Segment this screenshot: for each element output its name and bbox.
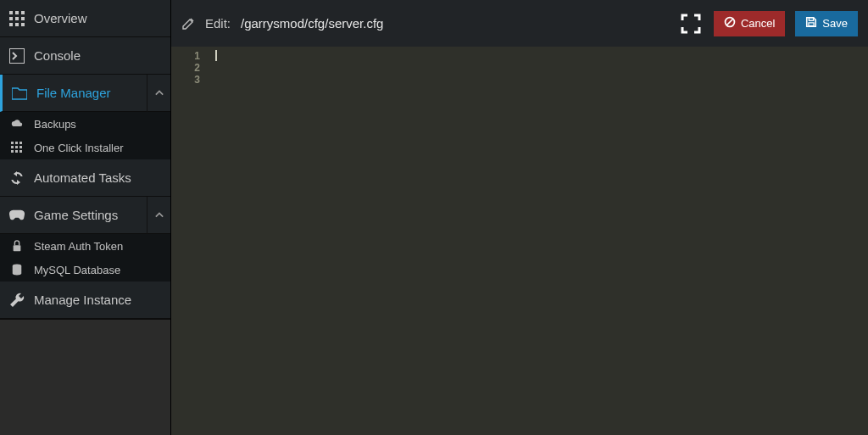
code-area[interactable] [207, 47, 868, 435]
svg-rect-3 [9, 17, 13, 20]
sidebar: Overview Console File Manager Backups On… [0, 0, 170, 435]
svg-rect-13 [11, 146, 14, 148]
svg-rect-7 [15, 23, 19, 26]
nav-automated-tasks[interactable]: Automated Tasks [0, 159, 170, 197]
sync-icon [0, 170, 34, 186]
lock-icon [0, 240, 34, 252]
svg-rect-19 [14, 245, 21, 251]
nav-game-settings[interactable]: Game Settings [0, 197, 170, 234]
grid-small-icon [0, 142, 34, 153]
cancel-button[interactable]: Cancel [714, 11, 785, 36]
line-gutter: 1 2 3 [171, 47, 207, 435]
svg-rect-4 [15, 17, 19, 20]
sub-label: MySQL Database [34, 264, 120, 276]
folder-icon [3, 86, 36, 101]
save-icon [805, 16, 817, 31]
svg-rect-17 [15, 150, 18, 153]
nav-game-settings-sub: Steam Auth Token MySQL Database [0, 234, 170, 282]
nav-overview[interactable]: Overview [0, 0, 170, 37]
save-button[interactable]: Save [795, 11, 858, 36]
svg-rect-11 [15, 142, 18, 144]
sub-label: One Click Installer [34, 142, 123, 154]
fullscreen-button[interactable] [678, 11, 704, 36]
svg-rect-1 [15, 11, 19, 14]
sub-one-click-installer[interactable]: One Click Installer [0, 136, 170, 159]
svg-rect-15 [19, 146, 22, 148]
svg-rect-8 [21, 23, 25, 26]
wrench-icon [0, 293, 34, 308]
svg-rect-24 [809, 23, 814, 26]
nav-manage-instance[interactable]: Manage Instance [0, 282, 170, 319]
toolbar: Edit: /garrysmod/cfg/server.cfg Cancel S… [171, 0, 868, 47]
terminal-icon [0, 48, 34, 64]
sidebar-empty [0, 319, 170, 435]
sub-label: Backups [34, 118, 76, 131]
nav-label: Automated Tasks [34, 170, 170, 185]
main: Edit: /garrysmod/cfg/server.cfg Cancel S… [170, 0, 868, 435]
nav-label: File Manager [36, 86, 147, 100]
nav-label: Game Settings [34, 208, 147, 222]
button-label: Cancel [741, 17, 775, 30]
svg-rect-16 [11, 150, 14, 153]
svg-rect-14 [15, 146, 18, 148]
chevron-up-icon[interactable] [147, 75, 170, 112]
nav-console[interactable]: Console [0, 37, 170, 75]
database-icon [0, 264, 34, 276]
code-editor[interactable]: 1 2 3 [171, 47, 868, 435]
nav-label: Console [34, 48, 170, 63]
svg-rect-18 [19, 150, 22, 153]
chevron-up-icon[interactable] [147, 197, 170, 234]
svg-rect-6 [9, 23, 13, 26]
svg-rect-0 [9, 11, 13, 14]
svg-rect-5 [21, 17, 25, 20]
grid-icon [0, 11, 34, 26]
nav-file-manager[interactable]: File Manager [0, 75, 170, 112]
nav-label: Manage Instance [34, 293, 170, 307]
svg-line-22 [726, 20, 732, 25]
nav-label: Overview [34, 11, 170, 25]
button-label: Save [822, 17, 848, 30]
ban-icon [724, 16, 736, 31]
line-number: 1 [171, 50, 200, 62]
sub-steam-auth-token[interactable]: Steam Auth Token [0, 234, 170, 258]
edit-icon [181, 17, 195, 31]
line-number: 2 [171, 62, 200, 74]
svg-rect-2 [21, 11, 25, 14]
sub-backups[interactable]: Backups [0, 112, 170, 136]
edit-label: Edit: [205, 16, 231, 31]
cloud-icon [0, 118, 34, 130]
svg-rect-12 [19, 142, 22, 144]
nav-file-manager-sub: Backups One Click Installer [0, 112, 170, 159]
svg-rect-10 [11, 142, 14, 144]
gamepad-icon [0, 208, 34, 223]
sub-mysql-database[interactable]: MySQL Database [0, 258, 170, 282]
svg-rect-23 [810, 18, 814, 21]
file-path: /garrysmod/cfg/server.cfg [241, 16, 383, 31]
text-cursor [215, 50, 217, 61]
line-number: 3 [171, 74, 200, 86]
sub-label: Steam Auth Token [34, 240, 123, 253]
